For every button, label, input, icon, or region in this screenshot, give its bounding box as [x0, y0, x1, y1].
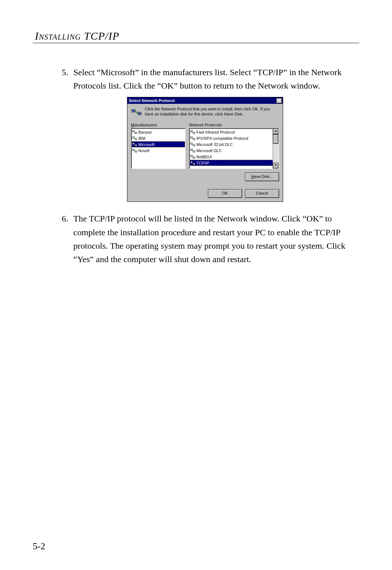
- protocol-icon: [190, 130, 195, 135]
- protocols-listbox[interactable]: Fast Infrared ProtocolIPX/SPX-compatible…: [189, 128, 279, 169]
- svg-line-25: [192, 144, 193, 145]
- have-disk-button[interactable]: Have Disk...: [245, 172, 279, 181]
- list-item[interactable]: NetBEUI: [189, 154, 273, 160]
- manufacturers-label-accel: M: [131, 123, 134, 127]
- protocols-scrollbar[interactable]: ▲ ▼: [273, 129, 279, 168]
- list-item-label: TCP/IP: [196, 161, 209, 165]
- protocol-icon: [190, 142, 195, 147]
- list-item-label: Microsoft DLC: [196, 148, 222, 153]
- svg-rect-15: [135, 151, 137, 152]
- list-item[interactable]: Fast Infrared Protocol: [189, 129, 273, 135]
- protocol-icon: [190, 136, 195, 141]
- svg-line-19: [192, 131, 193, 133]
- manufacturers-label: Manufacturers:: [131, 123, 185, 127]
- svg-rect-20: [191, 137, 192, 138]
- scroll-thumb[interactable]: [273, 134, 278, 144]
- list-item-label: IPX/SPX-compatible Protocol: [196, 136, 248, 141]
- protocols-column: Network Protocols: Fast Infrared Protoco…: [189, 123, 279, 169]
- svg-line-2: [135, 111, 138, 114]
- network-protocol-icon: [131, 107, 142, 118]
- list-item-label: Novell: [138, 148, 150, 153]
- page-title: Installing TCP/IP: [35, 30, 359, 42]
- protocol-icon: [132, 142, 137, 147]
- list-item[interactable]: Microsoft DLC: [189, 147, 273, 154]
- svg-rect-11: [132, 143, 134, 144]
- svg-line-7: [134, 131, 135, 133]
- heading-rule: [33, 43, 359, 43]
- protocol-icon: [190, 154, 195, 159]
- manufacturers-column: Manufacturers: BanyanIBMMicrosoftNovell: [131, 123, 185, 169]
- page: Installing TCP/IP 5. Select “Microsoft” …: [0, 0, 392, 570]
- svg-line-16: [134, 150, 135, 151]
- step-6: 6. The TCP/IP protocol will be listed in…: [54, 212, 356, 266]
- protocol-icon: [190, 160, 195, 166]
- list-item-label: NetBEUI: [196, 155, 212, 159]
- close-icon[interactable]: ✕: [276, 98, 282, 103]
- have-disk-rest: ave Disk...: [254, 174, 273, 179]
- step-5: 5. Select “Microsoft” in the manufacture…: [54, 66, 356, 93]
- list-item[interactable]: IBM: [131, 135, 185, 141]
- dialog-intro-text: Click the Network Protocol that you want…: [145, 107, 279, 117]
- svg-rect-21: [193, 138, 195, 140]
- scroll-down-icon[interactable]: ▼: [273, 163, 278, 168]
- svg-rect-14: [132, 149, 134, 151]
- ok-button[interactable]: OK: [208, 189, 242, 198]
- svg-rect-33: [193, 163, 195, 164]
- step-6-number: 6.: [54, 212, 73, 266]
- list-item[interactable]: Banyan: [131, 129, 185, 135]
- list-item-label: Microsoft: [138, 142, 155, 147]
- figure-wrap: Select Network Protocol ✕: [54, 97, 356, 202]
- page-number: 5-2: [33, 541, 45, 552]
- list-item[interactable]: Microsoft: [131, 141, 185, 147]
- svg-rect-6: [135, 132, 137, 134]
- step-6-text: The TCP/IP protocol will be listed in th…: [73, 212, 356, 266]
- dialog-body: Click the Network Protocol that you want…: [127, 104, 283, 201]
- svg-rect-5: [132, 131, 134, 132]
- svg-rect-26: [191, 149, 192, 151]
- list-item[interactable]: TCP/IP: [189, 160, 273, 166]
- list-item-label: Banyan: [138, 130, 152, 134]
- scroll-up-icon[interactable]: ▲: [273, 129, 278, 134]
- protocol-icon: [132, 148, 137, 153]
- dialog-intro-row: Click the Network Protocol that you want…: [131, 107, 279, 118]
- step-5-text: Select “Microsoft” in the manufacturers …: [73, 66, 356, 93]
- svg-line-13: [134, 144, 135, 145]
- svg-rect-29: [191, 155, 192, 157]
- protocols-label: Network Protocols:: [189, 123, 279, 127]
- dialog-title-text: Select Network Protocol: [129, 98, 175, 103]
- list-item[interactable]: IPX/SPX-compatible Protocol: [189, 135, 273, 141]
- dialog-titlebar: Select Network Protocol ✕: [127, 97, 283, 104]
- step-5-number: 5.: [54, 66, 73, 93]
- svg-rect-24: [193, 144, 195, 146]
- protocol-icon: [132, 130, 137, 135]
- svg-rect-27: [193, 151, 195, 152]
- dialog-columns: Manufacturers: BanyanIBMMicrosoftNovell …: [131, 123, 279, 169]
- protocol-icon: [190, 148, 195, 153]
- svg-rect-23: [191, 143, 192, 144]
- manufacturers-listbox[interactable]: BanyanIBMMicrosoftNovell: [131, 128, 185, 169]
- svg-line-34: [192, 162, 193, 164]
- cancel-button[interactable]: Cancel: [245, 189, 279, 198]
- list-item-label: Fast Infrared Protocol: [196, 130, 235, 134]
- svg-rect-8: [132, 137, 134, 138]
- svg-line-28: [192, 150, 193, 151]
- list-item-label: IBM: [138, 136, 146, 141]
- manufacturers-label-rest: anufacturers:: [134, 123, 158, 127]
- svg-rect-4: [139, 113, 141, 114]
- svg-rect-17: [191, 131, 192, 132]
- content-block: 5. Select “Microsoft” in the manufacture…: [54, 66, 356, 266]
- list-item-label: Microsoft 32-bit DLC: [196, 142, 233, 147]
- list-item[interactable]: Microsoft 32-bit DLC: [189, 141, 273, 147]
- ok-cancel-row: OK Cancel: [131, 189, 279, 198]
- list-item[interactable]: Novell: [131, 147, 185, 154]
- svg-line-10: [134, 138, 135, 139]
- svg-line-22: [192, 138, 193, 139]
- have-disk-row: Have Disk...: [131, 172, 279, 181]
- select-network-protocol-dialog: Select Network Protocol ✕: [127, 97, 283, 202]
- svg-rect-9: [135, 138, 137, 140]
- svg-rect-12: [135, 144, 137, 146]
- svg-rect-30: [193, 157, 195, 158]
- protocol-icon: [132, 136, 137, 141]
- svg-line-31: [192, 156, 193, 158]
- svg-rect-32: [191, 162, 192, 163]
